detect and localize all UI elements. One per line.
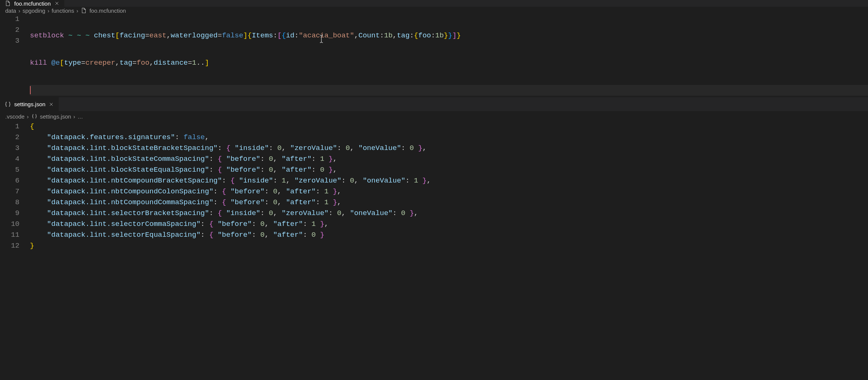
line-number: 4 bbox=[0, 154, 19, 165]
line-number: 11 bbox=[0, 230, 19, 240]
breadcrumb-item[interactable]: functions bbox=[52, 7, 74, 14]
line-number: 12 bbox=[0, 240, 19, 251]
code-line[interactable]: "datapack.features.signatures": false, bbox=[30, 132, 868, 143]
line-number: 1 bbox=[0, 121, 19, 132]
code-line[interactable]: { bbox=[30, 121, 868, 132]
breadcrumb-item[interactable]: foo.mcfunction bbox=[80, 7, 126, 14]
code-line[interactable]: "datapack.lint.selectorEqualSpacing": { … bbox=[30, 230, 868, 240]
line-number: 8 bbox=[0, 197, 19, 208]
chevron-right-icon: › bbox=[76, 7, 78, 14]
tab-foo-mcfunction[interactable]: foo.mcfunction bbox=[0, 0, 65, 7]
code-line[interactable]: setblock ~ ~ ~ chest[facing=east,waterlo… bbox=[30, 30, 868, 41]
editor-pane-bottom: settings.json .vscode › settings.json › … bbox=[0, 97, 868, 380]
code-line[interactable]: "datapack.lint.blockStateEqualSpacing": … bbox=[30, 165, 868, 175]
line-number: 10 bbox=[0, 219, 19, 230]
line-number: 3 bbox=[0, 143, 19, 154]
line-number: 3 bbox=[0, 36, 19, 46]
tab-label: foo.mcfunction bbox=[14, 0, 51, 7]
gutter: 1 2 3 bbox=[0, 14, 30, 120]
editor-pane-top: foo.mcfunction data › spgoding › functio… bbox=[0, 0, 868, 97]
gutter: 123456789101112 bbox=[0, 121, 30, 380]
line-number: 7 bbox=[0, 186, 19, 197]
chevron-right-icon: › bbox=[48, 7, 49, 14]
code-line-current[interactable] bbox=[30, 85, 868, 96]
file-icon bbox=[4, 0, 11, 7]
line-number: 6 bbox=[0, 175, 19, 186]
code-line[interactable]: "datapack.lint.nbtCompoundBracketSpacing… bbox=[30, 175, 868, 186]
file-icon bbox=[80, 7, 87, 14]
code-area[interactable]: { "datapack.features.signatures": false,… bbox=[30, 121, 868, 380]
breadcrumb-label: foo.mcfunction bbox=[89, 7, 126, 14]
code-line[interactable]: "datapack.lint.nbtCompoundCommaSpacing":… bbox=[30, 197, 868, 208]
chevron-right-icon: › bbox=[18, 7, 20, 14]
code-area[interactable]: setblock ~ ~ ~ chest[facing=east,waterlo… bbox=[30, 14, 868, 120]
line-number: 2 bbox=[0, 25, 19, 36]
breadcrumb-item[interactable]: spgoding bbox=[22, 7, 45, 14]
code-line[interactable]: } bbox=[30, 240, 868, 251]
tab-bar-top: foo.mcfunction bbox=[0, 0, 868, 7]
editor-bottom[interactable]: 123456789101112 { "datapack.features.sig… bbox=[0, 121, 868, 380]
code-line[interactable]: "datapack.lint.selectorBracketSpacing": … bbox=[30, 208, 868, 219]
code-line[interactable]: kill @e[type=creeper,tag=foo,distance=1.… bbox=[30, 58, 868, 68]
line-number: 1 bbox=[0, 14, 19, 25]
breadcrumb-top[interactable]: data › spgoding › functions › foo.mcfunc… bbox=[0, 7, 868, 14]
editor-top[interactable]: 1 2 3 setblock ~ ~ ~ chest[facing=east,w… bbox=[0, 14, 868, 120]
close-icon[interactable] bbox=[54, 0, 60, 6]
line-number: 9 bbox=[0, 208, 19, 219]
breadcrumb-item[interactable]: data bbox=[5, 7, 16, 14]
line-number: 2 bbox=[0, 132, 19, 143]
code-line[interactable]: "datapack.lint.blockStateBracketSpacing"… bbox=[30, 143, 868, 154]
code-line[interactable]: "datapack.lint.selectorCommaSpacing": { … bbox=[30, 219, 868, 230]
code-line[interactable]: "datapack.lint.nbtCompoundColonSpacing":… bbox=[30, 186, 868, 197]
code-line[interactable]: "datapack.lint.blockStateCommaSpacing": … bbox=[30, 154, 868, 165]
line-number: 5 bbox=[0, 165, 19, 175]
